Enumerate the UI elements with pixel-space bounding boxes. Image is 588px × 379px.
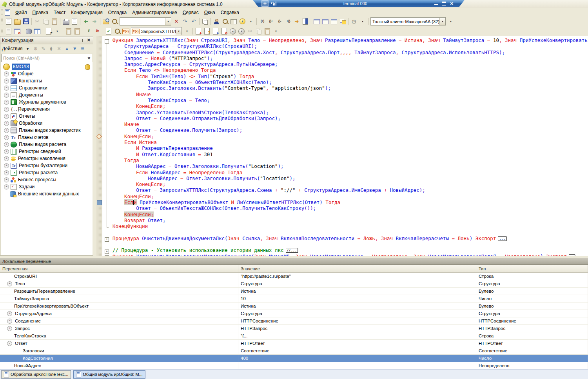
expand-icon[interactable]: + xyxy=(4,93,9,98)
menu-item-окна[interactable]: Окна xyxy=(201,9,218,16)
tree-item-17[interactable]: +Задачи xyxy=(1,183,93,190)
tree-item-3[interactable]: +Справочники xyxy=(1,84,93,91)
info-dropdown-icon[interactable]: ▾ xyxy=(247,17,255,26)
procedure-combo[interactable]: F(x)ЗапроситьХТТПЛкс▾ xyxy=(131,27,182,35)
save-config-icon[interactable] xyxy=(4,27,13,35)
find-in-files-icon[interactable] xyxy=(102,17,110,26)
search-combo-arrow-icon[interactable]: ▾ xyxy=(165,18,171,25)
tree-item-2[interactable]: +Константы xyxy=(1,77,93,84)
expand-fold-icon[interactable]: + xyxy=(105,237,109,242)
rdp-restore-button[interactable] xyxy=(442,2,446,5)
del-construct-icon[interactable]: {}- xyxy=(275,17,284,26)
toolbar1-overflow-icon[interactable]: ▾ xyxy=(446,17,455,26)
actions-dropdown-icon[interactable]: ▾ xyxy=(24,45,31,52)
expand-icon[interactable]: + xyxy=(4,86,9,91)
new-file-icon[interactable] xyxy=(4,17,13,26)
clear-search-icon[interactable]: ✕ xyxy=(172,17,181,26)
actions-menu-button[interactable]: Действия xyxy=(2,46,23,51)
comment-icon[interactable]: // xyxy=(84,27,93,35)
tree-item-7[interactable]: +Отчеты xyxy=(1,113,93,120)
goto-module-dropdown-icon[interactable]: ▾ xyxy=(53,27,62,35)
menu-item-администрирование[interactable]: Администрирование xyxy=(129,9,180,16)
expand-icon[interactable]: + xyxy=(4,128,9,133)
cut-icon[interactable]: ✂ xyxy=(33,17,42,26)
update-db-config-icon[interactable] xyxy=(24,27,33,35)
procedure-help-icon[interactable] xyxy=(203,27,211,35)
window-list-1-icon[interactable] xyxy=(312,17,321,26)
tree-item-4[interactable]: +Документы xyxy=(1,91,93,98)
redo-icon[interactable]: ➔ xyxy=(90,17,99,26)
variable-row-Заголовки[interactable]: ЗаголовкиСоответствиеСоответствие xyxy=(0,347,588,355)
split-window-icon[interactable] xyxy=(301,17,310,26)
tree-search-clear-icon[interactable]: ✕ xyxy=(86,56,92,60)
expand-icon[interactable]: + xyxy=(4,184,9,190)
tree-item-12[interactable]: +Регистры сведений xyxy=(1,148,93,155)
move-up-icon[interactable]: ▲ xyxy=(64,45,71,52)
panel-pin-icon[interactable] xyxy=(81,38,84,42)
panel-splitter[interactable] xyxy=(93,36,96,256)
expand-fold-icon[interactable]: + xyxy=(105,255,109,256)
find-prev-icon[interactable]: ↶ xyxy=(189,17,198,26)
tree-item-16[interactable]: +Бизнес-процессы xyxy=(1,176,93,183)
expand-icon[interactable]: + xyxy=(4,78,9,84)
wrap-construct-icon[interactable]: +{} xyxy=(284,17,292,26)
collapsed-block-icon[interactable] xyxy=(569,254,575,256)
rdp-minimize-button[interactable] xyxy=(434,4,438,5)
copy-item-icon[interactable]: ⧫ xyxy=(48,45,55,52)
window-tab-2[interactable]: Общий модуль ирОбщий: М... xyxy=(73,370,145,379)
templates-icon[interactable] xyxy=(229,17,238,26)
undo-icon[interactable]: ➔ xyxy=(82,17,90,26)
find-icon[interactable] xyxy=(110,17,119,26)
syntax-check-icon[interactable] xyxy=(212,17,221,26)
uncomment-icon[interactable]: //x xyxy=(93,27,102,35)
menu-item-отладка[interactable]: Отладка xyxy=(105,9,129,16)
rdp-close-button[interactable]: ✕ xyxy=(450,2,454,6)
info-icon[interactable]: i xyxy=(238,17,247,26)
menu-item-правка[interactable]: Правка xyxy=(30,9,51,16)
variable-row-КодСостояния[interactable]: КодСостояния400Число xyxy=(0,355,588,362)
editor-breakpoint-margin[interactable] xyxy=(96,36,102,256)
add-procedure-icon[interactable] xyxy=(194,27,203,35)
code-editor[interactable]: Функция ЗапроситьХТТПЛкс(Знач СтрокаURI,… xyxy=(102,36,588,256)
variable-row-ТелоКакСтрока[interactable]: ТелоКакСтрока"{...Строка xyxy=(0,332,588,340)
open-table-icon[interactable] xyxy=(33,27,42,35)
expand-icon[interactable]: + xyxy=(4,156,9,161)
debug-client-combo-arrow-icon[interactable]: ▾ xyxy=(439,18,445,25)
syntax-help-icon[interactable] xyxy=(221,17,229,26)
variable-row-Соединение[interactable]: +СоединениеHTTPСоединениеHTTPСоединение xyxy=(0,317,588,325)
menu-grip[interactable] xyxy=(1,9,3,15)
column-variable[interactable]: Переменная xyxy=(0,265,238,272)
goto-definition-icon[interactable]: ➔ xyxy=(292,17,301,26)
format-paste-1-icon[interactable] xyxy=(64,27,73,35)
delete-procedure-icon[interactable] xyxy=(220,27,229,35)
tree-item-8[interactable]: +Обработки xyxy=(1,120,93,127)
variable-row-ТаймаутЗапроса[interactable]: ТаймаутЗапроса10Число xyxy=(0,295,588,302)
menu-item-справка[interactable]: Справка xyxy=(218,9,242,16)
collapsed-block-icon[interactable]: ... xyxy=(498,236,506,241)
expand-icon[interactable]: + xyxy=(4,149,9,154)
menu-item-конфигурация[interactable]: Конфигурация xyxy=(68,9,105,16)
expand-icon[interactable]: + xyxy=(4,121,9,126)
copy-window-icon[interactable] xyxy=(201,17,209,26)
move-down-icon[interactable]: ▼ xyxy=(71,45,78,52)
variable-row-РазрешитьПеренаправление[interactable]: РазрешитьПеренаправлениеИстинаБулево xyxy=(0,288,588,295)
row-expand-icon[interactable]: + xyxy=(7,326,12,331)
performance-dropdown-icon[interactable]: ▾ xyxy=(358,17,367,26)
proc-search-icon[interactable] xyxy=(113,27,122,35)
goto-procedure-icon[interactable] xyxy=(211,27,220,35)
syntax-control-icon[interactable]: ✓ xyxy=(104,27,113,35)
fx-icon[interactable]: F(x) xyxy=(122,27,130,35)
column-value[interactable]: Значение xyxy=(238,265,476,272)
close-window-icon[interactable] xyxy=(13,27,22,35)
tree-item-9[interactable]: +Планы видов характеристик xyxy=(1,127,93,134)
expand-icon[interactable]: + xyxy=(4,107,9,112)
toolbar-grip[interactable] xyxy=(1,18,3,25)
tree-search-input[interactable] xyxy=(2,56,86,60)
collapse-fold-icon[interactable]: − xyxy=(105,39,109,44)
expand-icon[interactable]: + xyxy=(4,135,9,140)
row-expand-icon[interactable]: - xyxy=(7,341,12,346)
variable-row-ПриУспехеКонвертироватьВОбъект[interactable]: ПриУспехеКонвертироватьВОбъектИстинаБуле… xyxy=(0,302,588,310)
expand-icon[interactable]: + xyxy=(4,163,9,168)
tree-item-18[interactable]: Внешние источники данных xyxy=(1,190,93,197)
expand-icon[interactable]: + xyxy=(4,71,9,77)
